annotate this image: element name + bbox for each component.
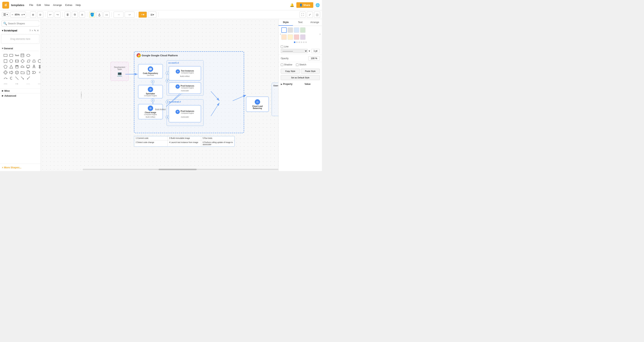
- misc-section[interactable]: ▶ Misc: [0, 88, 41, 93]
- search-input[interactable]: [8, 22, 40, 25]
- shape-rect[interactable]: [3, 53, 8, 58]
- copy-style-btn[interactable]: Copy Style: [281, 69, 300, 74]
- menu-arrange[interactable]: Arrange: [52, 3, 63, 7]
- redo-btn[interactable]: ↪: [54, 12, 60, 18]
- cloud-image-box[interactable]: ⚙ Cloud Image Compute Engine Build Artif…: [138, 104, 163, 119]
- menu-extras[interactable]: Extras: [64, 3, 74, 7]
- fit-page-btn[interactable]: ⤢: [307, 12, 313, 18]
- shape-page[interactable]: [26, 70, 31, 75]
- shape-cross[interactable]: [3, 70, 8, 75]
- color-prev-btn[interactable]: ‹: [280, 32, 281, 36]
- shape-line-arrow[interactable]: [14, 81, 20, 86]
- swatch-white[interactable]: [281, 27, 287, 33]
- swatch-purple-light[interactable]: [300, 35, 306, 40]
- shape-ellipse[interactable]: [26, 53, 31, 58]
- shape-arrow-right[interactable]: [9, 70, 14, 75]
- code-repo-box[interactable]: Code Repository DevTools: [138, 64, 163, 78]
- paste-style-btn[interactable]: Paste Style: [301, 69, 320, 74]
- shape-arrows[interactable]: [37, 64, 41, 69]
- color-next-btn[interactable]: ›: [319, 32, 321, 36]
- scratchpad-add[interactable]: +: [32, 29, 33, 32]
- shape-cylinder[interactable]: [14, 64, 20, 69]
- shape-parallelogram[interactable]: [26, 59, 31, 64]
- fill-color-btn[interactable]: 🪣: [89, 12, 95, 18]
- more-shapes-label[interactable]: + More Shapes...: [2, 166, 22, 169]
- shape-circle[interactable]: [9, 59, 14, 64]
- shape-diamond[interactable]: [20, 59, 25, 64]
- shape-hexagon[interactable]: [37, 59, 41, 64]
- shape-curve-arrow[interactable]: [3, 76, 8, 81]
- connector-btn[interactable]: →: [114, 12, 124, 18]
- line-checkbox[interactable]: [281, 46, 283, 48]
- zoom-control[interactable]: − 85% + ▾: [10, 12, 26, 18]
- zoom-dropdown-icon[interactable]: ▾: [24, 13, 25, 16]
- h-scrollbar-track[interactable]: [83, 169, 278, 170]
- line-width-input[interactable]: [311, 49, 320, 53]
- scratchpad-edit[interactable]: ✎: [34, 29, 36, 32]
- swatch-orange-light[interactable]: [281, 35, 287, 40]
- zoom-reset-btn[interactable]: ⊖: [37, 12, 43, 18]
- prod-instances-east-box[interactable]: ⚙ Prod Instances Compute Engine Autoscal…: [169, 82, 201, 94]
- zoom-out-icon[interactable]: −: [12, 13, 13, 16]
- shape-arrow-diag1[interactable]: [20, 76, 25, 81]
- line-dropdown-icon[interactable]: ▾: [309, 50, 310, 53]
- shape-arrow-diag2[interactable]: [26, 76, 31, 81]
- more-shapes[interactable]: + More Shapes...: [0, 163, 41, 171]
- shape-rect-rounded[interactable]: [9, 53, 14, 58]
- line-color-btn[interactable]: A̲: [96, 12, 102, 18]
- zoom-in-icon[interactable]: +: [21, 13, 23, 16]
- panel-toggle-btn[interactable]: ◫: [314, 12, 320, 18]
- shape-folder[interactable]: [20, 70, 25, 75]
- shape-btn[interactable]: ▭: [104, 12, 110, 18]
- shape-callout[interactable]: [26, 64, 31, 69]
- shape-line-dash2[interactable]: [37, 81, 41, 86]
- swatch-blue-light[interactable]: [294, 27, 299, 33]
- shape-cube[interactable]: [14, 70, 20, 75]
- share-button[interactable]: 👤 Share: [296, 2, 313, 8]
- tab-text[interactable]: Text: [293, 19, 307, 26]
- undo-btn[interactable]: ↩: [47, 12, 54, 18]
- menu-help[interactable]: Help: [74, 3, 82, 7]
- h-scrollbar-thumb[interactable]: [159, 169, 196, 170]
- spinnaker-box[interactable]: ⚙ Spinnaker Compute Engine: [138, 85, 163, 98]
- menu-view[interactable]: View: [43, 3, 51, 7]
- prod-central-box[interactable]: ⚙ Prod Instances Compute Engine Autoscal…: [169, 105, 201, 122]
- sidebar-toggle[interactable]: ☰ ▾: [2, 12, 9, 17]
- swatch-gray[interactable]: [288, 27, 293, 33]
- duplicate-btn[interactable]: ⧉: [72, 12, 78, 18]
- menu-file[interactable]: File: [28, 3, 35, 7]
- test-instances-box[interactable]: ⚙ Test Instances Compute Engine Build Ar…: [169, 66, 201, 80]
- advanced-section[interactable]: ▶ Advanced: [0, 93, 41, 98]
- shape-cloud[interactable]: [20, 64, 25, 69]
- sketch-checkbox[interactable]: [296, 64, 298, 66]
- sidebar-resize-handle[interactable]: [81, 19, 82, 171]
- shadow-checkbox[interactable]: [281, 64, 283, 66]
- tab-arrange[interactable]: Arrange: [308, 19, 322, 26]
- globe-icon[interactable]: 🌐: [316, 3, 320, 7]
- swatch-yellow-light[interactable]: [288, 35, 293, 40]
- shape-process[interactable]: [14, 59, 20, 64]
- table-btn[interactable]: ⊞▾: [148, 12, 156, 18]
- scratchpad-help[interactable]: ?: [30, 29, 31, 32]
- shape-triangle[interactable]: [9, 64, 14, 69]
- shape-text[interactable]: Text: [14, 53, 20, 58]
- prop-collapse-header[interactable]: ▶ Property Value: [281, 83, 320, 85]
- menu-edit[interactable]: Edit: [35, 3, 42, 7]
- tab-style[interactable]: Style: [278, 19, 293, 26]
- shape-note[interactable]: [20, 53, 25, 58]
- scratchpad-toggle[interactable]: ▾: [2, 29, 3, 32]
- shape-line-double[interactable]: [26, 81, 31, 86]
- fullscreen-btn[interactable]: ⛶: [300, 12, 306, 18]
- scratchpad-close[interactable]: ✕: [37, 29, 39, 32]
- shape-list[interactable]: ☰: [37, 70, 41, 75]
- general-header[interactable]: ▾ General: [2, 46, 39, 51]
- swatch-red-light[interactable]: [294, 35, 299, 40]
- opacity-input[interactable]: [308, 56, 320, 61]
- swatch-green-light[interactable]: [300, 27, 306, 33]
- waypoint-btn[interactable]: ⤻: [124, 12, 134, 18]
- shape-line-diag1[interactable]: [14, 76, 20, 81]
- bring-forward-btn[interactable]: ⧈: [79, 12, 85, 18]
- users-box[interactable]: Users 💻 📱: [272, 83, 278, 116]
- insert-btn[interactable]: +▾: [138, 12, 147, 18]
- shape-actor[interactable]: [32, 64, 36, 69]
